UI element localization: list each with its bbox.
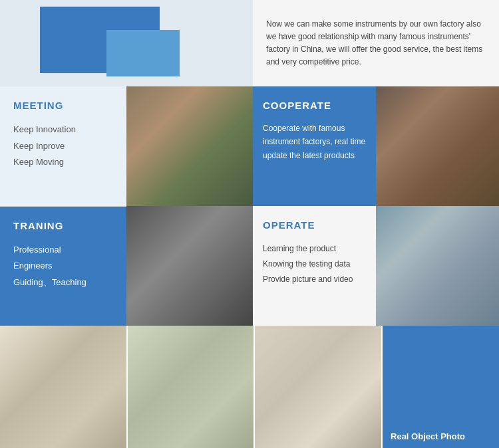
- bottom-photo-2-inner: [128, 326, 254, 448]
- cooperate-description: Cooperate with famous instrument factory…: [263, 122, 366, 162]
- bottom-photo-2: [128, 326, 255, 448]
- meeting-title: MEETING: [13, 100, 113, 111]
- operate-item-2: Knowing the testing data: [263, 257, 366, 272]
- training-title: TRANING: [13, 220, 113, 231]
- left-panels: MEETING Keep Innovation Keep Inprove Kee…: [0, 86, 126, 326]
- training-panel: TRANING Professional Engineers Guiding、T…: [0, 207, 126, 326]
- center-images: [126, 86, 253, 326]
- top-section: Now we can make some instruments by our …: [0, 0, 499, 86]
- bottom-photo-3-inner: [255, 326, 381, 448]
- meeting-photo-inner: [126, 86, 253, 206]
- cooperate-row: COOPERATE Cooperate with famous instrume…: [253, 86, 499, 206]
- meeting-item-3: Keep Moving: [13, 154, 113, 171]
- top-right-text: Now we can make some instruments by our …: [253, 0, 499, 86]
- real-object-panel: Real Object Photo: [383, 326, 499, 448]
- operate-row: OPERATE Learning the product Knowing the…: [253, 206, 499, 326]
- right-section: COOPERATE Cooperate with famous instrume…: [253, 86, 499, 326]
- bottom-photo-3: [255, 326, 383, 448]
- operate-title: OPERATE: [263, 219, 366, 231]
- operate-photo: [376, 206, 499, 326]
- operate-item-1: Learning the product: [263, 241, 366, 257]
- cooperate-photo-inner: [376, 86, 499, 206]
- cooperate-text-panel: COOPERATE Cooperate with famous instrume…: [253, 86, 376, 206]
- operate-photo-inner: [376, 206, 499, 326]
- meeting-panel: MEETING Keep Innovation Keep Inprove Kee…: [0, 86, 126, 207]
- meeting-item-1: Keep Innovation: [13, 122, 113, 138]
- training-item-2: Engineers: [13, 258, 113, 275]
- training-photo: [126, 206, 253, 326]
- meeting-item-2: Keep Inprove: [13, 138, 113, 155]
- operate-item-3: Provide picture and video: [263, 272, 366, 287]
- training-item-3: Guiding、Teaching: [13, 275, 113, 291]
- operate-text-panel: OPERATE Learning the product Knowing the…: [253, 206, 376, 326]
- training-item-1: Professional: [13, 242, 113, 259]
- meeting-photo: [126, 86, 253, 206]
- top-left-graphic: [0, 0, 253, 86]
- blue-square-small: [106, 30, 180, 76]
- company-description: Now we can make some instruments by our …: [266, 18, 486, 69]
- real-object-label: Real Object Photo: [391, 431, 465, 441]
- bottom-photo-1-inner: [0, 326, 126, 448]
- bottom-section: Real Object Photo: [0, 326, 499, 448]
- cooperate-photo: [376, 86, 499, 206]
- training-photo-inner: [126, 206, 253, 326]
- middle-section: MEETING Keep Innovation Keep Inprove Kee…: [0, 86, 499, 326]
- bottom-photo-1: [0, 326, 128, 448]
- cooperate-title: COOPERATE: [263, 100, 366, 111]
